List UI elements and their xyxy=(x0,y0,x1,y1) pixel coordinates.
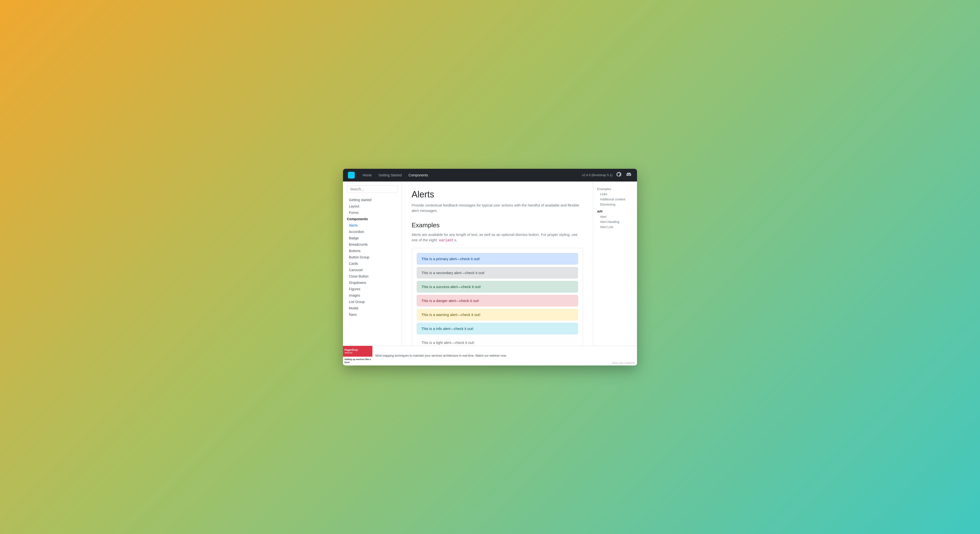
ad-cta: Setting up services like a boss xyxy=(344,358,371,364)
toc-dismissing[interactable]: Dismissing xyxy=(597,202,633,207)
version-label: v2.4.0 (Bootstrap 5.1) xyxy=(582,173,612,177)
sidebar-item-breadcrumb[interactable]: Breadcrumb xyxy=(343,241,402,248)
sidebar-components-header: Components xyxy=(343,216,402,222)
sidebar-item-carousel[interactable]: Carousel xyxy=(343,267,402,273)
nav-home[interactable]: Home xyxy=(360,172,375,179)
sidebar-item-navs[interactable]: Navs xyxy=(343,312,402,318)
alert-danger: This is a danger alert—check it out! xyxy=(417,295,578,307)
search-input[interactable] xyxy=(347,186,398,193)
page-subtitle: Provide contextual feedback messages for… xyxy=(412,203,583,214)
toc-alert-link[interactable]: Alert Link xyxy=(597,224,633,229)
toc-alert[interactable]: Alert xyxy=(597,214,633,219)
toc-api-header: API xyxy=(597,209,633,214)
sidebar-item-button-group[interactable]: Button Group xyxy=(343,254,402,261)
sidebar-item-badge[interactable]: Badge xyxy=(343,235,402,241)
alert-warning: This is a warning alert—check it out! xyxy=(417,309,578,320)
navbar: Home Getting Started Components v2.4.0 (… xyxy=(343,169,637,181)
section-desc-end: s. xyxy=(455,238,457,242)
sidebar-item-accordion[interactable]: Accordion xyxy=(343,229,402,235)
alert-light: This is a light alert—check it out! xyxy=(417,337,578,346)
sidebar-item-close-button[interactable]: Close Button xyxy=(343,273,402,280)
sidebar-item-modal[interactable]: Modal xyxy=(343,305,402,312)
nav-components[interactable]: Components xyxy=(406,172,431,179)
nav-getting-started[interactable]: Getting Started xyxy=(375,172,404,179)
ad-body-text: Mind mapping techniques to maintain your… xyxy=(372,351,610,360)
navbar-brand[interactable] xyxy=(348,172,355,179)
section-description: Alerts are available for any length of t… xyxy=(412,232,583,243)
section-desc-start: Alerts are available for any length of t… xyxy=(412,232,578,242)
nav-links: Home Getting Started Components xyxy=(360,172,577,179)
alert-info: This is a info alert—check it out! xyxy=(417,323,578,334)
ad-title: PagerDuty xyxy=(344,348,358,351)
nav-right: v2.4.0 (Bootstrap 5.1) xyxy=(582,171,632,179)
alerts-container: This is a primary alert—check it out! Th… xyxy=(412,248,583,346)
ad-image-inner: PagerDuty Webinar Setting up services li… xyxy=(343,346,372,366)
alert-secondary: This is a secondary alert—check it out! xyxy=(417,267,578,278)
sidebar-item-images[interactable]: Images xyxy=(343,292,402,299)
github-button[interactable] xyxy=(616,171,622,179)
table-of-contents: Examples Links Additional content Dismis… xyxy=(593,181,637,346)
sidebar-search-container xyxy=(343,186,402,197)
ad-subtitle: Webinar xyxy=(344,351,358,354)
alert-success: This is a success alert—check it out! xyxy=(417,281,578,292)
alert-primary: This is a primary alert—check it out! xyxy=(417,253,578,265)
sidebar-item-forms[interactable]: Forms xyxy=(343,210,402,216)
sidebar-item-list-group[interactable]: List Group xyxy=(343,299,402,305)
ad-banner: PagerDuty Webinar Setting up services li… xyxy=(343,346,637,366)
sidebar: Getting started Layout Forms Components … xyxy=(343,181,402,346)
toc-links[interactable]: Links xyxy=(597,192,633,197)
examples-title: Examples xyxy=(412,221,583,229)
ad-red-bg: PagerDuty Webinar xyxy=(343,346,372,357)
toc-additional-content[interactable]: Additional content xyxy=(597,197,633,202)
sidebar-item-getting-started[interactable]: Getting started xyxy=(343,197,402,203)
sidebar-item-layout[interactable]: Layout xyxy=(343,203,402,210)
sidebar-item-buttons[interactable]: Buttons xyxy=(343,248,402,254)
brand-icon xyxy=(348,172,355,179)
sidebar-item-alerts[interactable]: Alerts xyxy=(343,222,402,229)
sidebar-item-cards[interactable]: Cards xyxy=(343,261,402,267)
ad-label: ADS VIA CARBON xyxy=(610,361,637,366)
page-title: Alerts xyxy=(412,189,583,200)
browser-window: Home Getting Started Components v2.4.0 (… xyxy=(343,169,637,366)
variant-code: variant xyxy=(438,238,455,242)
ad-brand-block: PagerDuty Webinar xyxy=(344,348,358,354)
toc-alert-heading[interactable]: Alert Heading xyxy=(597,219,633,224)
sidebar-item-dropdowns[interactable]: Dropdowns xyxy=(343,280,402,286)
toc-examples[interactable]: Examples xyxy=(597,186,633,192)
discord-button[interactable] xyxy=(625,171,632,179)
main-content: Alerts Provide contextual feedback messa… xyxy=(402,181,593,346)
sidebar-item-figures[interactable]: Figures xyxy=(343,286,402,292)
body-layout: Getting started Layout Forms Components … xyxy=(343,181,637,346)
ad-white-bg: Setting up services like a boss xyxy=(343,357,372,366)
ad-image: PagerDuty Webinar Setting up services li… xyxy=(343,346,372,366)
